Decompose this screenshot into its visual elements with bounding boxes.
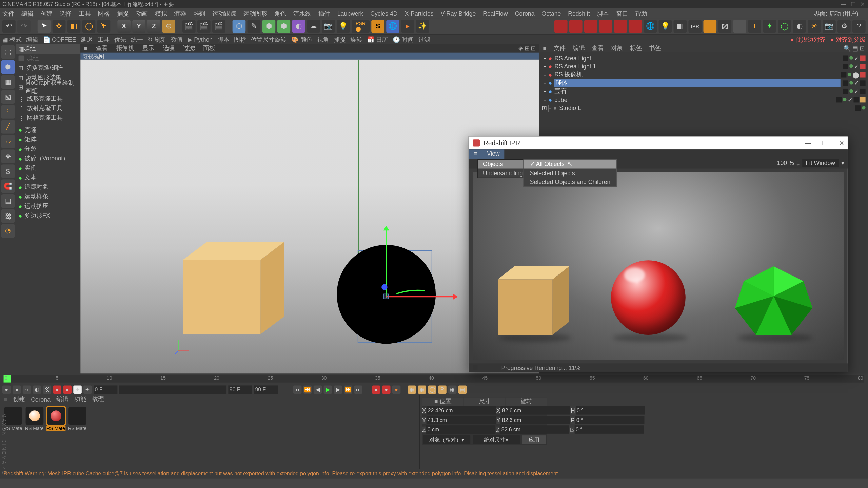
material-slot[interactable]: RS Mate bbox=[68, 407, 87, 432]
ipr-view-tab[interactable]: View bbox=[482, 149, 505, 159]
y-axis-lock[interactable]: Y bbox=[132, 20, 145, 33]
redshift-ipr-window[interactable]: Redshift IPR —☐✕ ≡View Objects▸ Undersam… bbox=[469, 136, 848, 372]
goto-end-icon[interactable]: ⏭ bbox=[354, 385, 362, 394]
cube-primitive-icon[interactable]: ⬡ bbox=[233, 20, 246, 33]
rs-tool-icon[interactable]: ◐ bbox=[793, 20, 806, 33]
size-z-field[interactable] bbox=[500, 425, 569, 434]
x-axis-lock[interactable]: X bbox=[117, 20, 131, 33]
rs-env-icon[interactable]: ▦ bbox=[674, 20, 687, 33]
origin-handle[interactable] bbox=[383, 294, 389, 299]
psr-icon[interactable]: PSR⬤ bbox=[352, 20, 370, 33]
rs-tool-icon[interactable]: ◯ bbox=[778, 20, 791, 33]
rot-h-field[interactable] bbox=[575, 406, 645, 415]
window-controls[interactable]: —☐✕ bbox=[837, 1, 865, 7]
model-mode-icon[interactable]: ⬚ bbox=[1, 45, 15, 59]
main-menu-bar[interactable]: 文件编辑创建选择工具网格捕捉动画模拟渲染雕刻运动跟踪运动图形角色流水线插件Lau… bbox=[0, 8, 868, 19]
size-x-field[interactable] bbox=[501, 406, 570, 415]
pos-y-field[interactable] bbox=[427, 416, 496, 424]
rs-render-icon[interactable] bbox=[584, 20, 597, 33]
sphere-shade-icon[interactable]: ◐ bbox=[33, 385, 41, 394]
object-mode-icon[interactable]: ⬢ bbox=[1, 60, 15, 74]
sphere-shade-icon[interactable]: ● bbox=[13, 385, 21, 394]
live-select-icon[interactable] bbox=[38, 20, 51, 33]
rotate-icon[interactable]: ◯ bbox=[82, 20, 96, 33]
material-tabs[interactable]: ≡创建Corona编辑功能纹理 bbox=[0, 395, 419, 404]
panel-header[interactable]: ▦ 群组 bbox=[16, 44, 80, 54]
next-key-icon[interactable]: ⏩ bbox=[344, 385, 352, 394]
layout-selector[interactable]: 界面: 启动 (用户) bbox=[814, 9, 859, 18]
viewport-menu[interactable]: ≡ 查看摄像机显示选项过滤面板 ◈⊞⊡ bbox=[80, 44, 539, 53]
ipr-fit-dropdown[interactable]: Fit Window bbox=[802, 159, 839, 167]
s-mode-icon[interactable]: S bbox=[1, 164, 15, 178]
coord-mode-dropdown[interactable]: 对象（相对） ▾ bbox=[423, 435, 470, 444]
opt-icon[interactable]: ▦ bbox=[448, 385, 457, 394]
undo-icon[interactable]: ↶ bbox=[2, 20, 16, 33]
rs-render-icon[interactable] bbox=[554, 20, 568, 33]
prev-key-icon[interactable]: ⏪ bbox=[303, 385, 312, 394]
camera-icon[interactable]: 📷 bbox=[322, 20, 335, 33]
opt-icon[interactable]: ◯ bbox=[428, 385, 436, 394]
globe-icon[interactable]: 🌐 bbox=[386, 20, 399, 33]
next-frame-icon[interactable]: ▶ bbox=[334, 385, 342, 394]
flame-icon[interactable]: ▸ bbox=[401, 20, 414, 33]
deformer-icon[interactable]: ◐ bbox=[292, 20, 305, 33]
rs-tool-icon[interactable]: ▨ bbox=[718, 20, 731, 33]
redo-icon[interactable]: ↷ bbox=[17, 20, 31, 33]
render-region-icon[interactable]: 🎬 bbox=[197, 20, 211, 33]
end-frame-field2[interactable]: 90 F bbox=[254, 385, 278, 394]
link-icon[interactable]: ⛓ bbox=[43, 385, 52, 394]
rs-tool-icon[interactable]: ✦ bbox=[763, 20, 776, 33]
scale-icon[interactable]: ◧ bbox=[67, 20, 81, 33]
lock-icon[interactable]: ⛓ bbox=[1, 209, 15, 223]
rs-render-icon[interactable] bbox=[569, 20, 583, 33]
environment-icon[interactable]: ☁ bbox=[307, 20, 320, 33]
pos-z-field[interactable] bbox=[426, 425, 495, 434]
rs-globe-icon[interactable]: 🌐 bbox=[644, 20, 657, 33]
ipr-title-bar[interactable]: Redshift IPR —☐✕ bbox=[469, 137, 848, 150]
cube-object[interactable] bbox=[183, 242, 284, 334]
timeline-range[interactable] bbox=[119, 385, 226, 394]
generator-icon[interactable]: ⬢ bbox=[277, 20, 290, 33]
rot-p-field[interactable] bbox=[575, 416, 644, 424]
apply-button[interactable]: 应用 bbox=[522, 435, 546, 444]
axis-mode-icon[interactable]: ✥ bbox=[1, 149, 15, 163]
layer-icon[interactable]: ▤ bbox=[1, 194, 15, 208]
material-slot-selected[interactable]: RS Mate bbox=[46, 407, 65, 432]
pos-x-field[interactable] bbox=[427, 406, 496, 415]
pen-icon[interactable]: ✎ bbox=[248, 20, 261, 33]
close-icon[interactable]: ✕ bbox=[839, 139, 844, 147]
subdiv-icon[interactable]: ⬢ bbox=[262, 20, 276, 33]
render-view-icon[interactable]: 🎬 bbox=[182, 20, 196, 33]
move-icon[interactable]: ✥ bbox=[53, 20, 66, 33]
texture-mode-icon[interactable]: ▦ bbox=[1, 75, 15, 89]
rs-ipr-icon[interactable]: IPR bbox=[688, 20, 702, 33]
workplane-icon[interactable]: ▧ bbox=[1, 90, 15, 103]
substance-icon[interactable]: S bbox=[371, 20, 384, 33]
rs-camera-icon[interactable]: 📷 bbox=[823, 20, 836, 33]
key-icon[interactable]: ✦ bbox=[83, 385, 92, 394]
record-icon[interactable]: ● bbox=[53, 385, 61, 394]
all-objects-item[interactable]: ✓ All Objects ↖ bbox=[524, 160, 616, 168]
rs-sun-icon[interactable]: ☀ bbox=[808, 20, 821, 33]
snap-icon[interactable]: 🧲 bbox=[1, 179, 15, 193]
z-axis-lock[interactable]: Z bbox=[147, 20, 160, 33]
selected-objects-item[interactable]: Selected Objects bbox=[524, 169, 616, 178]
size-y-field[interactable] bbox=[501, 416, 570, 424]
light-icon[interactable]: 💡 bbox=[337, 20, 350, 33]
render-settings-icon[interactable]: 🎬 bbox=[212, 20, 225, 33]
key-icon[interactable]: ✦ bbox=[73, 385, 82, 394]
rs-material-icon[interactable] bbox=[703, 20, 716, 33]
z-axis-gizmo[interactable] bbox=[381, 284, 388, 290]
rs-render-icon[interactable] bbox=[614, 20, 627, 33]
prev-frame-icon[interactable]: ◀ bbox=[314, 385, 322, 394]
sphere-shade-icon[interactable]: ○ bbox=[23, 385, 31, 394]
goto-start-icon[interactable]: ⏮ bbox=[293, 385, 302, 394]
opt-icon[interactable]: ▤ bbox=[458, 385, 467, 394]
point-mode-icon[interactable]: ⋮ bbox=[1, 105, 15, 118]
autokey-icon[interactable]: ● bbox=[382, 385, 391, 394]
rs-help-icon[interactable]: ? bbox=[852, 20, 866, 33]
opt-icon[interactable]: P bbox=[438, 385, 447, 394]
autokey-icon[interactable]: ● bbox=[372, 385, 380, 394]
ipr-zoom[interactable]: 100 % bbox=[777, 160, 794, 166]
key-options-icon[interactable]: ● bbox=[392, 385, 401, 394]
